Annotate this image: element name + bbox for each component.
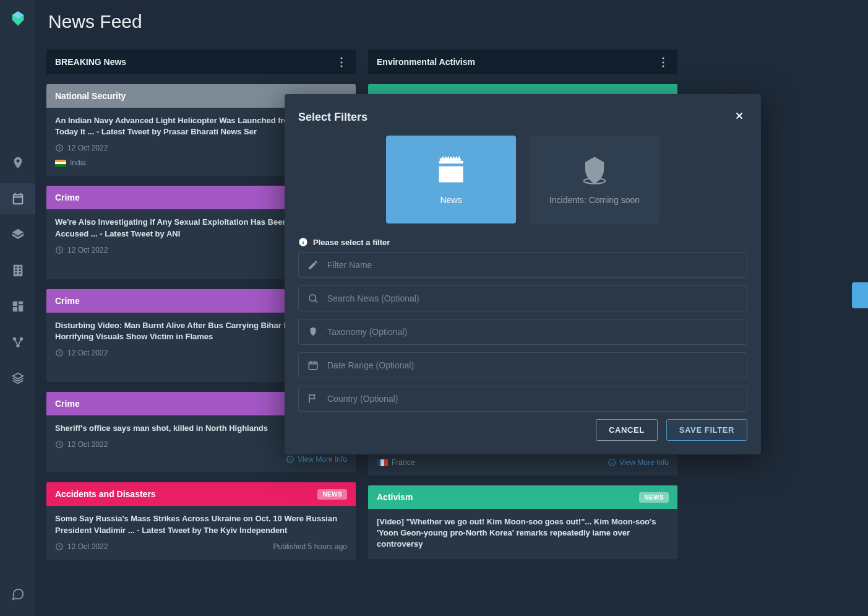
- tile-news[interactable]: News: [386, 136, 516, 223]
- modal-header: Select Filters: [298, 108, 747, 127]
- info-icon: [298, 237, 308, 247]
- search-icon: [307, 293, 319, 304]
- calendar-range-icon: [307, 360, 319, 371]
- save-filter-button[interactable]: SAVE FILTER: [666, 419, 747, 441]
- tile-incidents-label: Incidents: Coming soon: [549, 195, 640, 205]
- filter-name-input[interactable]: [327, 260, 738, 270]
- tile-incidents[interactable]: Incidents: Coming soon: [530, 136, 660, 223]
- filter-type-tiles: News Incidents: Coming soon: [298, 136, 747, 223]
- filter-hint: Please select a filter: [298, 237, 747, 247]
- pencil-icon: [307, 259, 319, 271]
- flag-field-icon: [307, 393, 319, 404]
- select-filters-modal: Select Filters News Incidents: Coming so…: [285, 94, 761, 454]
- svg-point-14: [309, 295, 316, 301]
- filter-name-field[interactable]: [298, 252, 747, 278]
- incidents-icon: [578, 154, 611, 186]
- search-news-field[interactable]: [298, 285, 747, 311]
- date-range-field[interactable]: [298, 352, 747, 378]
- modal-title: Select Filters: [298, 111, 367, 124]
- search-news-input[interactable]: [327, 293, 738, 303]
- cancel-button[interactable]: CANCEL: [596, 419, 658, 441]
- close-button[interactable]: [731, 108, 747, 127]
- taxonomy-icon: [307, 326, 319, 337]
- news-icon: [435, 154, 467, 186]
- date-range-input[interactable]: [327, 360, 738, 370]
- taxonomy-input[interactable]: [327, 327, 738, 337]
- country-input[interactable]: [327, 394, 738, 404]
- tile-news-label: News: [440, 195, 462, 205]
- modal-overlay: Select Filters News Incidents: Coming so…: [0, 0, 868, 616]
- modal-footer: CANCEL SAVE FILTER: [298, 419, 747, 441]
- country-field[interactable]: [298, 386, 747, 412]
- taxonomy-field[interactable]: [298, 319, 747, 345]
- close-icon: [734, 110, 745, 121]
- hint-text: Please select a filter: [313, 238, 390, 247]
- svg-rect-15: [309, 362, 317, 370]
